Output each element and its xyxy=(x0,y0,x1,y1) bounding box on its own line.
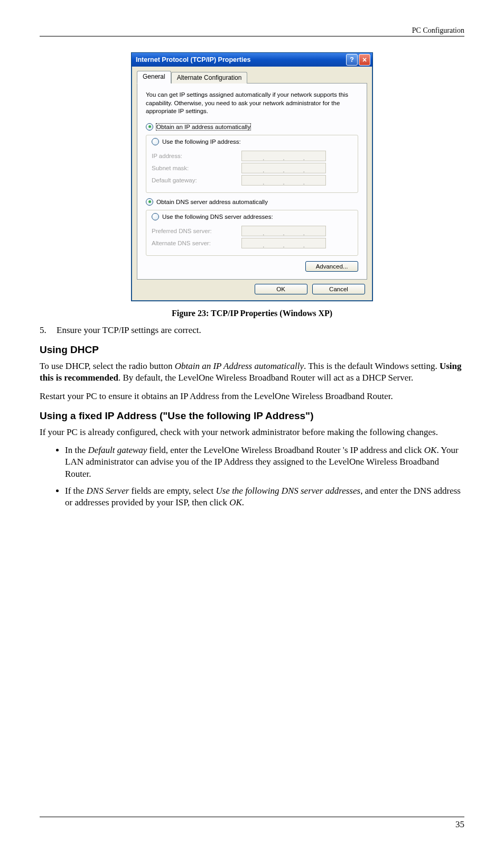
dialog-title: Internet Protocol (TCP/IP) Properties xyxy=(136,56,345,63)
bullet-2: If the DNS Server fields are empty, sele… xyxy=(65,485,464,508)
label-subnet: Subnet mask: xyxy=(152,165,241,171)
tab-general[interactable]: General xyxy=(137,71,171,84)
tab-alternate[interactable]: Alternate Configuration xyxy=(171,72,248,84)
radio-label: Obtain DNS server address automatically xyxy=(156,199,268,205)
radio-use-ip[interactable]: Use the following IP address: xyxy=(150,138,243,145)
label-ip-address: IP address: xyxy=(152,153,241,159)
help-button[interactable]: ? xyxy=(346,54,358,66)
label-gateway: Default gateway: xyxy=(152,177,241,183)
row-subnet: Subnet mask: ... xyxy=(152,163,352,173)
row-pref-dns: Preferred DNS server: ... xyxy=(152,226,352,236)
radio-label: Obtain an IP address automatically xyxy=(156,124,250,130)
fixed-ip-bullets: In the Default gateway field, enter the … xyxy=(40,445,464,508)
tab-strip: General Alternate Configuration xyxy=(137,71,367,84)
titlebar: Internet Protocol (TCP/IP) Properties ? … xyxy=(132,53,372,67)
heading-dhcp: Using DHCP xyxy=(40,344,464,357)
tcpip-dialog: Internet Protocol (TCP/IP) Properties ? … xyxy=(131,52,373,301)
dns-group: Use the following DNS server addresses: … xyxy=(146,210,358,256)
advanced-button[interactable]: Advanced... xyxy=(305,261,358,272)
label-pref-dns: Preferred DNS server: xyxy=(152,228,241,234)
step-text: Ensure your TCP/IP settings are correct. xyxy=(57,325,201,336)
row-gateway: Default gateway: ... xyxy=(152,175,352,186)
header-label: PC Configuration xyxy=(412,26,464,34)
radio-icon xyxy=(146,123,153,131)
page-footer: 35 xyxy=(40,817,464,830)
advanced-row: Advanced... xyxy=(146,261,358,272)
dialog-buttons: OK Cancel xyxy=(137,280,367,295)
radio-label: Use the following IP address: xyxy=(162,138,241,145)
input-pref-dns[interactable]: ... xyxy=(241,226,326,236)
input-gateway[interactable]: ... xyxy=(241,175,326,186)
radio-icon xyxy=(152,213,159,220)
page-number: 35 xyxy=(455,819,464,829)
page-header: PC Configuration xyxy=(40,26,464,36)
bullet-1: In the Default gateway field, enter the … xyxy=(65,445,464,479)
radio-obtain-ip[interactable]: Obtain an IP address automatically xyxy=(146,123,358,131)
para-dhcp-1: To use DHCP, select the radio button Obt… xyxy=(40,360,464,384)
input-subnet[interactable]: ... xyxy=(241,163,326,173)
label-alt-dns: Alternate DNS server: xyxy=(152,240,241,246)
step-5: 5. Ensure your TCP/IP settings are corre… xyxy=(40,325,464,336)
radio-obtain-dns[interactable]: Obtain DNS server address automatically xyxy=(146,198,358,206)
radio-use-dns[interactable]: Use the following DNS server addresses: xyxy=(150,213,275,220)
para-dhcp-2: Restart your PC to ensure it obtains an … xyxy=(40,391,464,402)
figure-caption: Figure 23: TCP/IP Properties (Windows XP… xyxy=(40,309,464,318)
para-fixed-1: If your PC is already configured, check … xyxy=(40,427,464,438)
dialog-content: General Alternate Configuration You can … xyxy=(132,67,372,301)
input-alt-dns[interactable]: ... xyxy=(241,238,326,248)
cancel-button[interactable]: Cancel xyxy=(312,284,365,294)
ok-button[interactable]: OK xyxy=(255,284,307,294)
close-button[interactable]: × xyxy=(359,54,370,66)
radio-label: Use the following DNS server addresses: xyxy=(162,214,273,220)
step-number: 5. xyxy=(40,325,57,336)
document-body: 5. Ensure your TCP/IP settings are corre… xyxy=(40,325,464,508)
radio-icon xyxy=(146,198,153,206)
radio-icon xyxy=(152,138,159,145)
input-ip-address[interactable]: ... xyxy=(241,151,326,161)
row-alt-dns: Alternate DNS server: ... xyxy=(152,238,352,248)
tab-pane: You can get IP settings assigned automat… xyxy=(137,83,367,280)
row-ip-address: IP address: ... xyxy=(152,151,352,161)
dialog-wrap: Internet Protocol (TCP/IP) Properties ? … xyxy=(40,52,464,301)
ip-group: Use the following IP address: IP address… xyxy=(146,135,358,193)
heading-fixed-ip: Using a fixed IP Address ("Use the follo… xyxy=(40,410,464,423)
dialog-description: You can get IP settings assigned automat… xyxy=(146,91,358,116)
